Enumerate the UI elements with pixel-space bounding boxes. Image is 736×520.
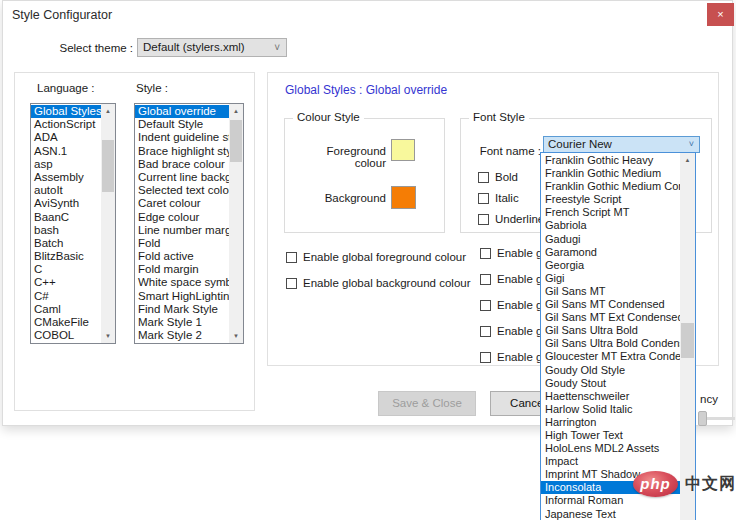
- style-list-item[interactable]: Default Style: [135, 118, 229, 131]
- font-option[interactable]: Freestyle Script: [541, 193, 680, 206]
- checkbox-icon[interactable]: [480, 274, 491, 285]
- language-list-item[interactable]: Assembly: [31, 171, 101, 184]
- font-option[interactable]: Haettenschweiler: [541, 390, 680, 403]
- style-list-item[interactable]: Line number margi: [135, 224, 229, 237]
- font-option[interactable]: Impact: [541, 455, 680, 468]
- enable-global-checkbox-row[interactable]: Enable global background colour: [286, 277, 471, 289]
- style-list-item[interactable]: Mark Style 1: [135, 316, 229, 329]
- font-option[interactable]: French Script MT: [541, 206, 680, 219]
- font-dropdown-scrollbar[interactable]: ▲: [680, 153, 695, 520]
- font-option[interactable]: Gil Sans MT Ext Condensed: [541, 311, 680, 324]
- style-list-item[interactable]: Global override: [135, 105, 229, 118]
- style-list-item[interactable]: Fold active: [135, 250, 229, 263]
- font-option[interactable]: Gil Sans Ultra Bold: [541, 324, 680, 337]
- checkbox-icon[interactable]: [480, 352, 491, 363]
- checkbox-icon[interactable]: [478, 172, 489, 183]
- language-list-item[interactable]: C++: [31, 276, 101, 289]
- font-style-checkbox-row[interactable]: Bold: [478, 171, 544, 183]
- style-list-item[interactable]: Edge colour: [135, 211, 229, 224]
- style-list-item[interactable]: Brace highlight styl: [135, 145, 229, 158]
- scroll-up-icon[interactable]: ▲: [680, 154, 695, 166]
- style-list-item[interactable]: Indent guideline sty: [135, 131, 229, 144]
- transparency-slider-thumb[interactable]: [698, 411, 707, 426]
- checkbox-icon[interactable]: [480, 326, 491, 337]
- language-scrollbar[interactable]: ▲ ▼: [101, 104, 115, 343]
- language-list-item[interactable]: COBOL: [31, 329, 101, 342]
- style-scrollbar[interactable]: ▲ ▼: [229, 104, 243, 343]
- language-list-item[interactable]: CMakeFile: [31, 316, 101, 329]
- colour-style-group: Colour Style: [284, 118, 445, 233]
- language-list-item[interactable]: bash: [31, 224, 101, 237]
- checkbox-icon[interactable]: [478, 193, 489, 204]
- scroll-down-icon[interactable]: ▼: [229, 330, 243, 342]
- checkbox-icon[interactable]: [286, 278, 297, 289]
- style-list-item[interactable]: Find Mark Style: [135, 303, 229, 316]
- font-option[interactable]: Harrington: [541, 416, 680, 429]
- style-list-item[interactable]: White space symb: [135, 276, 229, 289]
- close-icon[interactable]: ×: [707, 3, 734, 26]
- font-option[interactable]: Franklin Gothic Medium Con: [541, 180, 680, 193]
- background-colour-swatch[interactable]: [391, 186, 416, 209]
- font-option[interactable]: Franklin Gothic Heavy: [541, 154, 680, 167]
- font-option[interactable]: HoloLens MDL2 Assets: [541, 442, 680, 455]
- style-list-item[interactable]: Selected text colou: [135, 184, 229, 197]
- language-list-item[interactable]: C#: [31, 290, 101, 303]
- checkbox-icon[interactable]: [480, 300, 491, 311]
- language-list-item[interactable]: ASN.1: [31, 145, 101, 158]
- language-list-item[interactable]: Batch: [31, 237, 101, 250]
- scroll-up-icon[interactable]: ▲: [229, 105, 243, 117]
- style-listbox[interactable]: Global overrideDefault StyleIndent guide…: [134, 103, 244, 344]
- chevron-down-icon: ˅: [689, 137, 694, 152]
- save-close-button[interactable]: Save & Close: [378, 391, 476, 416]
- checkbox-icon[interactable]: [478, 214, 489, 225]
- style-list-item[interactable]: Smart HighLighting: [135, 290, 229, 303]
- scrollbar-thumb[interactable]: [681, 323, 694, 358]
- font-option[interactable]: Gigi: [541, 272, 680, 285]
- font-option[interactable]: Gil Sans MT Condensed: [541, 298, 680, 311]
- font-option[interactable]: Franklin Gothic Medium: [541, 167, 680, 180]
- scrollbar-thumb[interactable]: [102, 140, 114, 192]
- font-option[interactable]: Goudy Stout: [541, 377, 680, 390]
- style-list-item[interactable]: Fold: [135, 237, 229, 250]
- font-name-select[interactable]: Courier New ˅: [543, 136, 700, 153]
- font-option[interactable]: Gil Sans Ultra Bold Condens: [541, 337, 680, 350]
- font-option[interactable]: Harlow Solid Italic: [541, 403, 680, 416]
- font-option[interactable]: Gabriola: [541, 219, 680, 232]
- language-list-item[interactable]: asp: [31, 158, 101, 171]
- style-list-item[interactable]: Fold margin: [135, 263, 229, 276]
- transparency-slider-track[interactable]: [707, 417, 735, 420]
- scrollbar-thumb[interactable]: [230, 120, 242, 162]
- foreground-colour-swatch[interactable]: [391, 139, 415, 161]
- checkbox-icon[interactable]: [480, 248, 491, 259]
- language-list-item[interactable]: AviSynth: [31, 197, 101, 210]
- font-style-checkbox-row[interactable]: Italic: [478, 192, 544, 204]
- style-list-item[interactable]: Caret colour: [135, 197, 229, 210]
- language-list-item[interactable]: Caml: [31, 303, 101, 316]
- font-option[interactable]: Japanese Text: [541, 508, 680, 520]
- checkbox-icon[interactable]: [286, 252, 297, 263]
- theme-select[interactable]: Default (stylers.xml) ˅: [137, 38, 287, 57]
- language-list-item[interactable]: C: [31, 263, 101, 276]
- font-option[interactable]: Goudy Old Style: [541, 364, 680, 377]
- style-list-item[interactable]: Current line backgr: [135, 171, 229, 184]
- language-list-item[interactable]: ActionScript: [31, 118, 101, 131]
- language-list-item[interactable]: ADA: [31, 131, 101, 144]
- font-option[interactable]: Gil Sans MT: [541, 285, 680, 298]
- language-listbox[interactable]: Global StylesActionScriptADAASN.1aspAsse…: [30, 103, 116, 344]
- style-list-item[interactable]: Mark Style 2: [135, 329, 229, 342]
- font-option[interactable]: Gloucester MT Extra Conde: [541, 350, 680, 363]
- font-option[interactable]: High Tower Text: [541, 429, 680, 442]
- font-name-dropdown-list[interactable]: Franklin Gothic HeavyFranklin Gothic Med…: [540, 152, 696, 520]
- language-list-item[interactable]: BaanC: [31, 211, 101, 224]
- scroll-down-icon[interactable]: ▼: [101, 330, 115, 342]
- font-option[interactable]: Gadugi: [541, 233, 680, 246]
- language-list-item[interactable]: autoIt: [31, 184, 101, 197]
- font-option[interactable]: Georgia: [541, 259, 680, 272]
- font-option[interactable]: Garamond: [541, 246, 680, 259]
- language-list-item[interactable]: BlitzBasic: [31, 250, 101, 263]
- scroll-up-icon[interactable]: ▲: [101, 105, 115, 117]
- language-list-item[interactable]: Global Styles: [31, 105, 101, 118]
- enable-global-checkbox-row[interactable]: Enable global foreground colour: [286, 251, 471, 263]
- font-style-checkbox-row[interactable]: Underline: [478, 213, 544, 225]
- style-list-item[interactable]: Bad brace colour: [135, 158, 229, 171]
